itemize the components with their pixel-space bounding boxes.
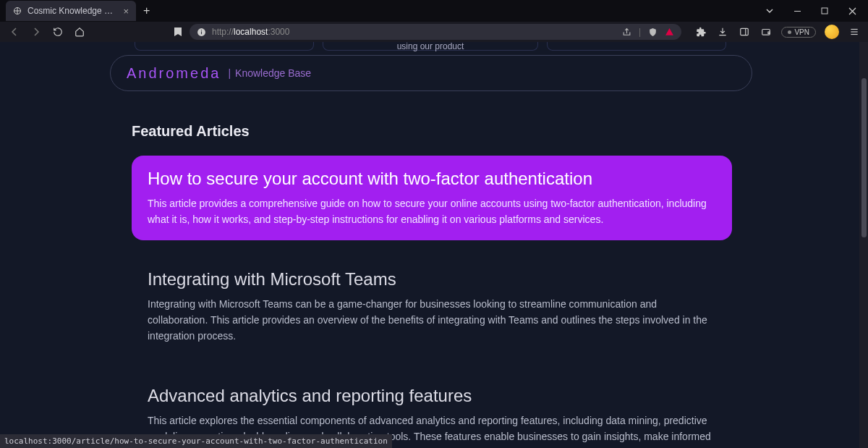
browser-chrome: Cosmic Knowledge Base - Expert × + — [0, 0, 868, 42]
browser-toolbar: http://localhost:3000 | — [0, 22, 868, 42]
app-menu-icon[interactable] — [848, 25, 861, 38]
svg-rect-6 — [741, 28, 749, 35]
article-card-featured[interactable]: How to secure your account with two-fact… — [132, 156, 732, 240]
tab-bar: Cosmic Knowledge Base - Expert × + — [0, 0, 868, 22]
svg-rect-2 — [822, 8, 827, 14]
window-dropdown-icon[interactable] — [757, 1, 783, 21]
clipped-cards: using our product — [130, 42, 731, 51]
site-info-icon[interactable] — [197, 28, 206, 37]
status-bar: localhost:3000/article/how-to-secure-you… — [0, 434, 392, 448]
article-title: How to secure your account with two-fact… — [148, 169, 716, 189]
nav-reload-button[interactable] — [51, 25, 65, 39]
extensions-icon[interactable] — [694, 25, 707, 38]
tab-title: Cosmic Knowledge Base - Expert — [27, 6, 117, 16]
wallet-icon[interactable] — [760, 25, 773, 38]
page-viewport: using our product Andromeda | Knowledge … — [0, 42, 868, 448]
article-title: Integrating with Microsoft Teams — [148, 269, 716, 289]
browser-tab[interactable]: Cosmic Knowledge Base - Expert × — [6, 1, 136, 21]
profile-avatar[interactable] — [825, 25, 839, 39]
article-title: Advanced analytics and reporting feature… — [148, 386, 716, 406]
brave-rewards-icon[interactable] — [665, 28, 674, 37]
site-header: Andromeda | Knowledge Base — [110, 55, 752, 91]
address-bar[interactable]: http://localhost:3000 | — [190, 24, 681, 40]
tab-close-icon[interactable]: × — [123, 6, 129, 17]
nav-back-button[interactable] — [7, 25, 22, 39]
downloads-icon[interactable] — [716, 25, 729, 38]
brand-name[interactable]: Andromeda — [127, 65, 221, 82]
window-controls — [757, 1, 868, 21]
vpn-badge[interactable]: VPN — [781, 27, 816, 38]
section-title: Featured Articles — [132, 123, 732, 140]
shield-icon[interactable] — [648, 28, 658, 37]
clipped-text: using our product — [397, 42, 464, 51]
share-icon[interactable] — [622, 28, 631, 37]
brand-divider: | — [228, 67, 231, 79]
brand-subtitle: Knowledge Base — [235, 67, 311, 79]
window-close-button[interactable] — [839, 1, 865, 21]
sidebar-icon[interactable] — [738, 25, 751, 38]
bookmark-icon[interactable] — [174, 27, 182, 37]
svg-rect-5 — [201, 30, 202, 30]
nav-forward-button[interactable] — [29, 25, 43, 39]
main-content: Featured Articles How to secure your acc… — [132, 123, 732, 448]
article-body: This article provides a comprehensive gu… — [148, 196, 716, 227]
window-minimize-button[interactable] — [784, 1, 810, 21]
nav-home-button[interactable] — [72, 25, 87, 39]
article-card[interactable]: Integrating with Microsoft Teams Integra… — [132, 256, 732, 357]
svg-rect-4 — [201, 31, 202, 34]
tab-favicon-icon — [13, 6, 22, 16]
new-tab-button[interactable]: + — [143, 4, 150, 17]
scrollbar-thumb[interactable] — [861, 78, 867, 237]
article-body: Integrating with Microsoft Teams can be … — [148, 297, 716, 344]
url-text: http://localhost:3000 — [212, 27, 289, 37]
window-maximize-button[interactable] — [812, 1, 838, 21]
